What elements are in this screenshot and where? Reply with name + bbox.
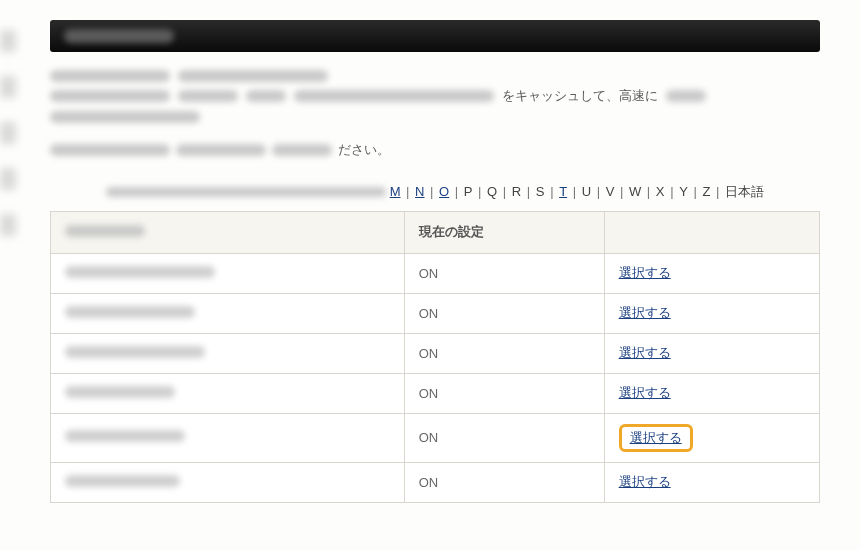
table-row: ON選択する — [51, 373, 820, 413]
alpha-separator: | — [712, 184, 723, 199]
alpha-separator: | — [643, 184, 654, 199]
alpha-separator: | — [547, 184, 558, 199]
description-fragment: をキャッシュして、高速に — [502, 84, 658, 109]
left-gutter — [0, 0, 22, 550]
action-cell: 選択する — [604, 333, 819, 373]
alpha-separator: | — [616, 184, 627, 199]
alpha-item-Y: Y — [679, 184, 688, 199]
alpha-item-M[interactable]: M — [390, 184, 401, 199]
domain-cell — [51, 462, 405, 502]
alpha-nav: M | N | O | P | Q | R | S | T | U | V | … — [50, 179, 820, 205]
alpha-separator: | — [475, 184, 486, 199]
status-cell: ON — [404, 293, 604, 333]
alpha-separator: | — [402, 184, 413, 199]
alpha-separator: | — [523, 184, 534, 199]
header-action — [604, 211, 819, 253]
domain-blurred — [65, 306, 195, 318]
alpha-item-日本語: 日本語 — [725, 184, 764, 199]
domain-blurred — [65, 475, 180, 487]
table-header-row: 現在の設定 — [51, 211, 820, 253]
alpha-item-P: P — [464, 184, 473, 199]
select-link[interactable]: 選択する — [619, 424, 693, 452]
alpha-item-W: W — [629, 184, 641, 199]
action-cell: 選択する — [604, 373, 819, 413]
table-row: ON選択する — [51, 413, 820, 462]
domain-cell — [51, 253, 405, 293]
action-cell: 選択する — [604, 253, 819, 293]
status-cell: ON — [404, 413, 604, 462]
alpha-separator: | — [426, 184, 437, 199]
select-link[interactable]: 選択する — [619, 474, 671, 489]
table-row: ON選択する — [51, 253, 820, 293]
alpha-item-S: S — [536, 184, 545, 199]
alpha-item-R: R — [512, 184, 521, 199]
domain-blurred — [65, 346, 205, 358]
domain-cell — [51, 373, 405, 413]
select-link[interactable]: 選択する — [619, 385, 671, 400]
status-cell: ON — [404, 373, 604, 413]
action-cell: 選択する — [604, 413, 819, 462]
table-row: ON選択する — [51, 462, 820, 502]
header-status: 現在の設定 — [404, 211, 604, 253]
domain-blurred — [65, 266, 215, 278]
page-content: をキャッシュして、高速に ださい。 M | N | O | P | Q | R … — [0, 0, 860, 523]
alpha-separator: | — [593, 184, 604, 199]
alpha-nav-blurred-prefix — [106, 187, 386, 197]
alpha-item-V: V — [606, 184, 615, 199]
domain-blurred — [65, 386, 175, 398]
status-cell: ON — [404, 253, 604, 293]
alpha-item-Z: Z — [702, 184, 710, 199]
alpha-separator: | — [451, 184, 462, 199]
header-domain — [51, 211, 405, 253]
select-link[interactable]: 選択する — [619, 345, 671, 360]
select-link[interactable]: 選択する — [619, 265, 671, 280]
alpha-item-X: X — [656, 184, 665, 199]
status-cell: ON — [404, 462, 604, 502]
domain-cell — [51, 413, 405, 462]
alpha-item-U: U — [582, 184, 591, 199]
domain-blurred — [65, 430, 185, 442]
settings-table: 現在の設定 ON選択するON選択するON選択するON選択するON選択するON選択… — [50, 211, 820, 503]
alpha-separator: | — [499, 184, 510, 199]
alpha-separator: | — [667, 184, 678, 199]
alpha-separator: | — [569, 184, 580, 199]
select-link[interactable]: 選択する — [619, 305, 671, 320]
domain-cell — [51, 333, 405, 373]
alpha-item-N[interactable]: N — [415, 184, 424, 199]
alpha-separator: | — [690, 184, 701, 199]
status-cell: ON — [404, 333, 604, 373]
instruction-line: ださい。 — [50, 141, 820, 159]
alpha-item-T[interactable]: T — [559, 184, 567, 199]
domain-cell — [51, 293, 405, 333]
action-cell: 選択する — [604, 293, 819, 333]
table-row: ON選択する — [51, 333, 820, 373]
table-row: ON選択する — [51, 293, 820, 333]
title-bar — [50, 20, 820, 52]
alpha-item-Q: Q — [487, 184, 497, 199]
alpha-item-O[interactable]: O — [439, 184, 449, 199]
title-text-blurred — [64, 29, 174, 43]
action-cell: 選択する — [604, 462, 819, 502]
instruction-end: ださい。 — [338, 141, 390, 159]
description-area: をキャッシュして、高速に — [50, 70, 820, 123]
